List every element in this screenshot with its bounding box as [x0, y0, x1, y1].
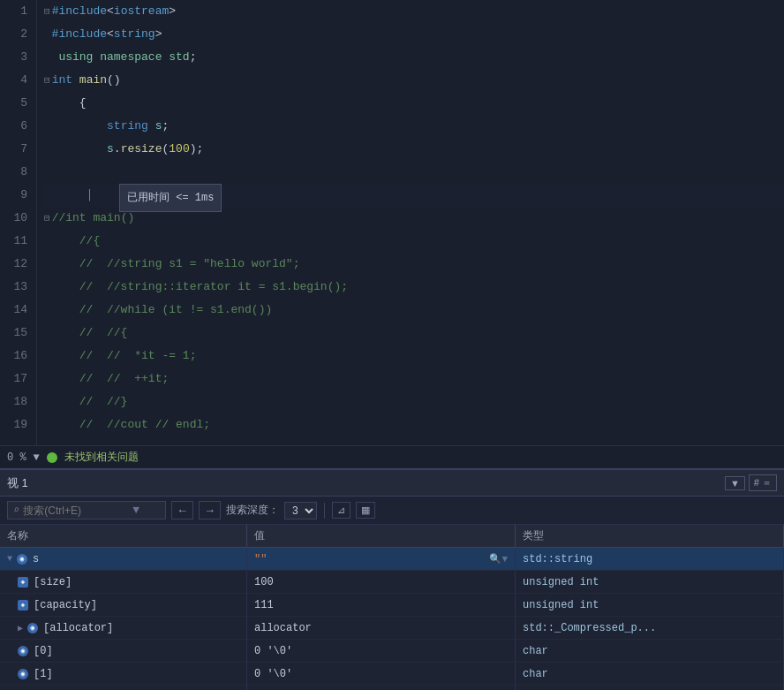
watch-header: 视 1 ▼ # ＝	[0, 470, 784, 497]
code-line-5: {	[44, 92, 784, 115]
var-icon-0: ◉	[18, 646, 28, 656]
line-num-12: 12	[9, 253, 27, 276]
watch-cell-type-1: char	[516, 663, 784, 685]
var-icon-capacity: ◈	[18, 600, 28, 610]
line-num-7: 7	[9, 138, 27, 161]
time-tooltip: 已用时间 <= 1ms	[119, 184, 222, 212]
watch-row-size[interactable]: ◈ [size] 100 unsigned int	[0, 571, 784, 594]
var-name-capacity: [capacity]	[34, 599, 97, 611]
line-num-9: 9	[9, 184, 27, 207]
status-bar: 0 % ▼ 未找到相关问题	[0, 445, 784, 468]
fold-icon-10[interactable]: ⊟	[44, 207, 50, 230]
code-line-18: // //}	[44, 390, 784, 413]
nav-forward-button[interactable]: →	[199, 501, 221, 519]
code-lines: ⊟ #include<iostream> #include<string> us…	[37, 0, 784, 445]
layout-button[interactable]: ▦	[356, 502, 375, 519]
expand-icon-allocator[interactable]: ▶	[18, 623, 23, 633]
line-num-13: 13	[9, 276, 27, 299]
watch-cell-val-1: 0 '\0'	[247, 663, 516, 685]
line-num-8: 8	[9, 161, 27, 184]
fold-icon-19	[44, 413, 50, 436]
fold-icon-5	[44, 92, 50, 115]
zoom-level[interactable]: 0 %	[7, 451, 26, 464]
fold-icon-12	[44, 253, 50, 276]
code-line-11: //{	[44, 230, 784, 253]
line-numbers: 1 2 3 4 5 6 7 8 9 10 11 12 13 14 15 16 1…	[0, 0, 37, 445]
code-line-16: // // *it -= 1;	[44, 345, 784, 368]
fold-icon-14	[44, 299, 50, 322]
line-num-5: 5	[9, 92, 27, 115]
watch-row-s[interactable]: ▼ ◉ s "" 🔍▼ std::string	[0, 548, 784, 571]
var-name-s: s	[33, 553, 39, 565]
fold-icon-8	[44, 161, 50, 184]
watch-cell-name-size: ◈ [size]	[0, 571, 247, 593]
line-num-3: 3	[9, 46, 27, 69]
code-line-4: ⊟ int main()	[44, 69, 784, 92]
expand-icon-s[interactable]: ▼	[7, 554, 12, 564]
fold-icon-1[interactable]: ⊟	[44, 0, 50, 23]
watch-row-capacity[interactable]: ◈ [capacity] 111 unsigned int	[0, 594, 784, 617]
code-line-8	[44, 161, 784, 184]
search-input[interactable]	[23, 504, 129, 517]
watch-row-2[interactable]: ◉ [2] 0 '\0' char	[0, 686, 784, 690]
line-num-2: 2	[9, 23, 27, 46]
watch-table: 名称 值 类型 ▼ ◉ s "" 🔍▼ std::string ◈ [size]…	[0, 525, 784, 690]
line-num-18: 18	[9, 390, 27, 413]
fold-icon-15	[44, 322, 50, 345]
var-name-1: [1]	[34, 668, 53, 680]
depth-select[interactable]: 3 1 2 4 5	[284, 502, 317, 519]
fold-icon-13	[44, 276, 50, 299]
watch-pin-button[interactable]: ▼	[725, 476, 745, 490]
watch-close-button[interactable]: # ＝	[749, 474, 777, 491]
fold-icon-6	[44, 115, 50, 138]
var-icon-allocator: ◉	[27, 623, 38, 633]
line-num-4: 4	[9, 69, 27, 92]
var-name-size: [size]	[34, 576, 72, 588]
watch-cell-type-2: char	[516, 686, 784, 690]
zoom-dropdown[interactable]: ▼	[34, 451, 40, 464]
col-header-value: 值	[247, 525, 516, 547]
watch-row-allocator[interactable]: ▶ ◉ [allocator] allocator std::_Compress…	[0, 617, 784, 640]
watch-title: 视 1	[7, 475, 28, 491]
watch-cell-name-1: ◉ [1]	[0, 663, 247, 685]
watch-cell-val-capacity: 111	[247, 594, 516, 616]
watch-search-box: ⌕ ▼	[7, 501, 166, 519]
var-icon-s: ◉	[17, 554, 27, 565]
watch-row-1[interactable]: ◉ [1] 0 '\0' char	[0, 663, 784, 686]
line-num-16: 16	[9, 345, 27, 368]
watch-cell-val-2: 0 '\0'	[247, 686, 516, 690]
watch-cell-val-s: "" 🔍▼	[247, 548, 516, 570]
line-num-19: 19	[9, 413, 27, 436]
nav-back-button[interactable]: ←	[171, 501, 193, 519]
watch-row-0[interactable]: ◉ [0] 0 '\0' char	[0, 640, 784, 663]
watch-panel: 视 1 ▼ # ＝ ⌕ ▼ ← → 搜索深度： 3 1 2 4 5 ⊿ ▦ 名称…	[0, 468, 784, 690]
fold-icon-3	[44, 46, 50, 69]
watch-cell-name-2: ◉ [2]	[0, 686, 247, 690]
code-line-15: // //{	[44, 322, 784, 345]
watch-cell-val-size: 100	[247, 571, 516, 593]
watch-header-controls: ▼ # ＝	[725, 474, 777, 491]
code-line-14: // //while (it != s1.end())	[44, 299, 784, 322]
watch-cell-name-allocator: ▶ ◉ [allocator]	[0, 617, 247, 639]
col-header-name: 名称	[0, 525, 247, 547]
line-num-15: 15	[9, 322, 27, 345]
fold-icon-7	[44, 138, 50, 161]
search-type-icon[interactable]: 🔍▼	[489, 553, 508, 565]
watch-toolbar: ⌕ ▼ ← → 搜索深度： 3 1 2 4 5 ⊿ ▦	[0, 497, 784, 525]
var-name-0: [0]	[34, 645, 53, 657]
code-line-13: // //string::iterator it = s1.begin();	[44, 276, 784, 299]
fold-icon-4[interactable]: ⊟	[44, 69, 50, 92]
search-icon: ⌕	[13, 504, 19, 517]
fold-icon-2	[44, 23, 50, 46]
code-line-17: // // ++it;	[44, 368, 784, 390]
search-dropdown-icon[interactable]: ▼	[132, 504, 139, 517]
code-editor: 1 2 3 4 5 6 7 8 9 10 11 12 13 14 15 16 1…	[0, 0, 784, 468]
var-icon-size: ◈	[18, 577, 28, 588]
fold-icon-11	[44, 230, 50, 253]
depth-label: 搜索深度：	[226, 503, 279, 518]
code-line-7: s.resize(100);	[44, 138, 784, 161]
line-num-1: 1	[9, 0, 27, 23]
code-line-1: ⊟ #include<iostream>	[44, 0, 784, 23]
watch-cell-name-s: ▼ ◉ s	[0, 548, 247, 570]
filter-button[interactable]: ⊿	[332, 502, 351, 519]
